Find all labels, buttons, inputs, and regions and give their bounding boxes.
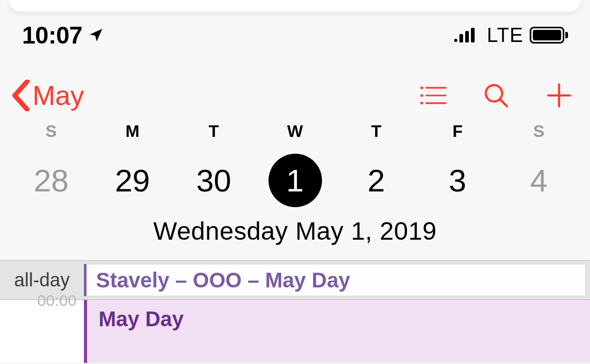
date-number: 1 <box>269 154 322 207</box>
weekday-label: S <box>10 122 92 141</box>
status-time: 10:07 <box>22 21 82 49</box>
status-right: LTE <box>454 24 568 47</box>
date-cell[interactable]: 2 <box>336 154 417 207</box>
svg-point-6 <box>486 85 502 101</box>
date-cell[interactable]: 30 <box>173 154 254 207</box>
all-day-event[interactable]: Stavely – OOO – May Day <box>84 264 586 296</box>
weekday-label: T <box>173 122 254 141</box>
back-button[interactable]: May <box>12 80 84 111</box>
svg-point-2 <box>421 94 423 97</box>
status-bar: 10:07 LTE <box>0 12 590 55</box>
back-label: May <box>33 80 84 111</box>
date-number: 29 <box>106 154 159 207</box>
date-number: 28 <box>25 154 78 207</box>
full-date-label: Wednesday May 1, 2019 <box>0 212 590 260</box>
chevron-left-icon <box>12 80 30 111</box>
plus-icon <box>546 82 572 109</box>
timeline-event[interactable]: May Day <box>84 300 590 363</box>
weekday-label: W <box>254 122 336 141</box>
timeline[interactable]: 00:00 May Day <box>0 300 590 363</box>
date-number: 4 <box>512 154 566 207</box>
date-cell[interactable]: 28 <box>10 154 92 207</box>
time-gutter-label: 00:00 <box>0 292 84 355</box>
all-day-event-title: Stavely – OOO – May Day <box>96 269 350 292</box>
cellular-signal-icon <box>454 28 480 42</box>
svg-point-0 <box>421 87 423 89</box>
svg-line-7 <box>500 100 507 106</box>
weekday-label: S <box>498 122 580 141</box>
nav-actions <box>420 82 572 109</box>
weekday-label: M <box>92 122 173 141</box>
list-icon <box>420 82 446 109</box>
add-button[interactable] <box>546 82 572 109</box>
svg-point-4 <box>421 102 423 104</box>
location-icon <box>88 21 104 49</box>
date-cell-selected[interactable]: 1 <box>254 154 336 207</box>
dates-row: 28 29 30 1 2 3 4 <box>0 141 590 212</box>
date-number: 2 <box>350 154 403 207</box>
weekday-label: F <box>417 122 498 141</box>
list-view-button[interactable] <box>420 82 446 109</box>
date-cell[interactable]: 29 <box>92 154 173 207</box>
search-button[interactable] <box>483 82 509 109</box>
date-number: 30 <box>187 154 241 207</box>
all-day-section: all-day Stavely – OOO – May Day <box>0 260 590 300</box>
weekday-row: S M T W T F S <box>0 122 590 141</box>
status-left: 10:07 <box>22 21 104 49</box>
network-type: LTE <box>487 24 523 47</box>
date-cell[interactable]: 4 <box>498 154 580 207</box>
nav-header: May <box>0 55 590 122</box>
battery-icon <box>530 27 568 44</box>
top-notch-bar <box>9 0 581 12</box>
search-icon <box>483 82 509 109</box>
date-cell[interactable]: 3 <box>417 154 498 207</box>
date-number: 3 <box>431 154 485 207</box>
weekday-label: T <box>336 122 417 141</box>
timeline-event-title: May Day <box>99 307 184 330</box>
